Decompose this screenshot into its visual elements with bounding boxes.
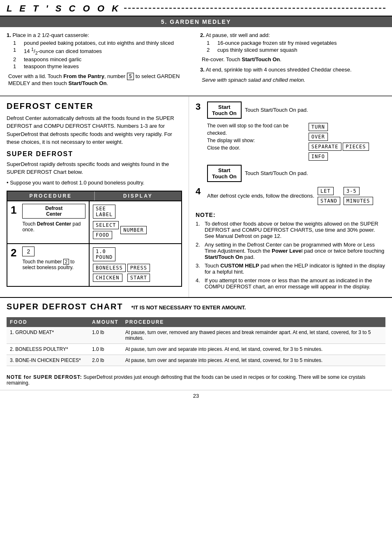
chart-row-3: 3. BONE-IN CHICKEN PIECES* 2.0 lb At pau…: [7, 355, 385, 366]
display-col-header: DISPLAY: [95, 191, 182, 200]
step1-action: Touch Defrost Center pad once.: [22, 221, 85, 233]
touch-on-box-1: StartTouch On: [207, 101, 242, 119]
ingredient-6: 2 cups thinly sliced summer squash: [207, 47, 385, 53]
ingredient-2: 1 14 1/2-ounce can diced tomatoes: [13, 47, 192, 55]
recipe-banner: 5. GARDEN MEDLEY: [0, 16, 392, 27]
ingredient-1: 1 pound peeled baking potatoes, cut into…: [13, 40, 192, 46]
procedure-table: PROCEDURE DISPLAY 1 DefrostCenter: [7, 191, 182, 287]
ingredient-3: 2 teaspoons minced garlic: [13, 56, 192, 62]
recipe-content: 1. Place in a 2 1/2-quart casserole: 1 p…: [0, 27, 392, 97]
chart-thead: FOOD AMOUNT PROCEDURE: [7, 317, 385, 327]
note-item-3: 3. Touch CUSTOM HELP pad when the HELP i…: [196, 263, 385, 275]
right-column: 3 StartTouch On Touch Start/Touch On pad…: [189, 97, 392, 297]
note-footer: NOTE for SUPER DEFROST: SuperDefrost pro…: [0, 374, 392, 390]
proc-row-2: 2 2 Touch the number 2 to select boneles…: [7, 243, 181, 286]
ingredient-4: 1 teaspoon thyme leaves: [13, 63, 192, 69]
proc-right-2: 1.0POUND BONELESS CHICKEN PRESS START: [90, 244, 181, 286]
food-1: 1. GROUND MEAT*: [7, 327, 89, 344]
recipe-step-3: 3. At end, sprinkle top with 4 ounces sh…: [200, 67, 385, 73]
display-row-boneless: BONELESS CHICKEN PRESS START: [93, 263, 178, 283]
ingredient-list: 1 pound peeled baking potatoes, cut into…: [7, 40, 192, 69]
step-number-1: 1: [11, 204, 16, 217]
oven-description: The oven will stop so the food can be ch…: [207, 122, 304, 161]
note-1-text: To defrost other foods above or below th…: [205, 221, 385, 239]
proc-row-1: 1 DefrostCenter Touch Defrost Center pad…: [7, 200, 181, 243]
step2-intro: At pause, stir well and add:: [206, 32, 270, 38]
chart-row-2: 2. BONELESS POULTRY* 1.0 lb At pause, tu…: [7, 343, 385, 355]
display-pound: 1.0POUND: [93, 247, 115, 261]
step1-note: Cover with a lid. Touch From the Pantry,…: [7, 73, 192, 86]
display-row-select: SELECT FOOD NUMBER: [93, 220, 178, 240]
col-procedure: PROCEDURE: [122, 317, 385, 327]
proc-left-2: 2 2 Touch the number 2 to select boneles…: [7, 244, 90, 286]
note-2-text: Any setting in the Defrost Center can be…: [205, 242, 385, 260]
note-item-2: 2. Any setting in the Defrost Center can…: [196, 242, 385, 260]
header-title: L E T ' S C O O K: [7, 3, 121, 14]
step3-text: At end, sprinkle top with 4 ounces shred…: [206, 67, 352, 73]
header-divider: [124, 8, 385, 9]
note-title: NOTE:: [196, 212, 385, 218]
procedure-header: PROCEDURE DISPLAY: [7, 191, 181, 200]
touch-on-text-2: Touch Start/Touch On pad.: [245, 170, 308, 176]
chart-header-row-tr: FOOD AMOUNT PROCEDURE: [7, 317, 385, 327]
procedure-3: At pause, turn over and separate into pi…: [122, 355, 385, 366]
proc-left-1: 1 DefrostCenter Touch Defrost Center pad…: [7, 201, 90, 243]
chart-note: *IT IS NOT NECESSARY TO ENTER AMOUNT.: [131, 304, 246, 311]
display-press: PRESS: [127, 264, 150, 272]
display-minutes: MINUTES: [344, 197, 373, 205]
defrost-center-section: DEFROST CENTER Defrost Center automatica…: [7, 101, 182, 146]
amount-3: 2.0 lb: [89, 355, 122, 366]
display-chicken: CHICKEN: [93, 274, 122, 282]
key-2-box: 2: [22, 247, 35, 256]
step3-content: StartTouch On Touch Start/Touch On pad. …: [207, 101, 385, 182]
chart-row-1: 1. GROUND MEAT* 1.0 lb At pause, turn ov…: [7, 327, 385, 344]
display-food: FOOD: [93, 231, 112, 239]
food-3: 3. BONE-IN CHICKEN PIECES*: [7, 355, 89, 366]
touch-on-text-1: Touch Start/Touch On pad.: [245, 107, 308, 113]
step3-num: 3.: [200, 67, 205, 73]
chart-section: SUPER DEFROST CHART *IT IS NOT NECESSARY…: [0, 297, 392, 370]
recipe-section: 5. GARDEN MEDLEY 1. Place in a 2 1/2-qua…: [0, 16, 392, 97]
chart-table: FOOD AMOUNT PROCEDURE 1. GROUND MEAT* 1.…: [7, 317, 385, 366]
defrost-center-box: DefrostCenter: [22, 204, 85, 219]
chart-heading: SUPER DEFROST CHART: [7, 302, 123, 311]
step2-num: 2.: [200, 32, 205, 38]
display-grid: TURN OVER SEPARATE PIECES INFO: [309, 122, 385, 161]
display-info: INFO: [309, 152, 328, 161]
display-select: SELECT: [93, 221, 119, 229]
amount-2: 1.0 lb: [89, 343, 122, 355]
step1-intro: Place in a 2 1/2-quart casserole:: [12, 32, 89, 38]
defrost-center-heading: DEFROST CENTER: [7, 101, 182, 111]
recipe-left: 1. Place in a 2 1/2-quart casserole: 1 p…: [7, 32, 192, 90]
note-footer-label: NOTE for SUPER DEFROST:: [7, 374, 82, 380]
defrost-step-3: 3 StartTouch On Touch Start/Touch On pad…: [196, 101, 385, 182]
note-3-text: Touch CUSTOM HELP pad when the HELP indi…: [205, 263, 385, 275]
procedure-2: At pause, turn over and separate into pi…: [122, 343, 385, 355]
display-stand: STAND: [318, 197, 340, 205]
notes-section: NOTE: 1. To defrost other foods above or…: [196, 212, 385, 290]
step1-num: 1.: [7, 32, 11, 38]
step4-text: After defrost cycle ends, follow the dir…: [207, 193, 314, 199]
defrost-step-4: 4 After defrost cycle ends, follow the d…: [196, 186, 385, 206]
super-defrost-heading: SUPER DEFROST: [7, 150, 182, 158]
super-defrost-bullet: • Suppose you want to defrost 1.0 pound …: [7, 179, 182, 187]
display-separate: SEPARATE: [309, 143, 341, 151]
step4-num: 4: [196, 186, 204, 197]
step2-action: Touch the number 2 to select boneless po…: [22, 259, 85, 270]
note-4-text: If you attempt to enter more or less tha…: [205, 277, 385, 290]
chart-tbody: 1. GROUND MEAT* 1.0 lb At pause, turn ov…: [7, 327, 385, 366]
display-boneless: BONELESS: [93, 264, 126, 272]
chart-header-row: SUPER DEFROST CHART *IT IS NOT NECESSARY…: [7, 302, 385, 315]
col-food: FOOD: [7, 317, 89, 327]
recipe-step-2: 2. At pause, stir well and add: 1 16-oun…: [200, 32, 385, 62]
display-pieces: PIECES: [343, 143, 369, 151]
food-2: 2. BONELESS POULTRY*: [7, 343, 89, 355]
note-item-1: 1. To defrost other foods above or below…: [196, 221, 385, 239]
display-3-5: 3-5: [344, 187, 360, 195]
super-defrost-text: SuperDefrost rapidly defrosts specific f…: [7, 160, 182, 176]
ingredient-list-2: 1 16-ounce package frozen stir fry mixed…: [200, 40, 385, 53]
display-number: NUMBER: [120, 226, 146, 234]
page-header: L E T ' S C O O K: [0, 0, 392, 16]
serving-suggestion: Serve with spinach salad and chilled mel…: [200, 77, 385, 83]
main-content: DEFROST CENTER Defrost Center automatica…: [0, 97, 392, 297]
